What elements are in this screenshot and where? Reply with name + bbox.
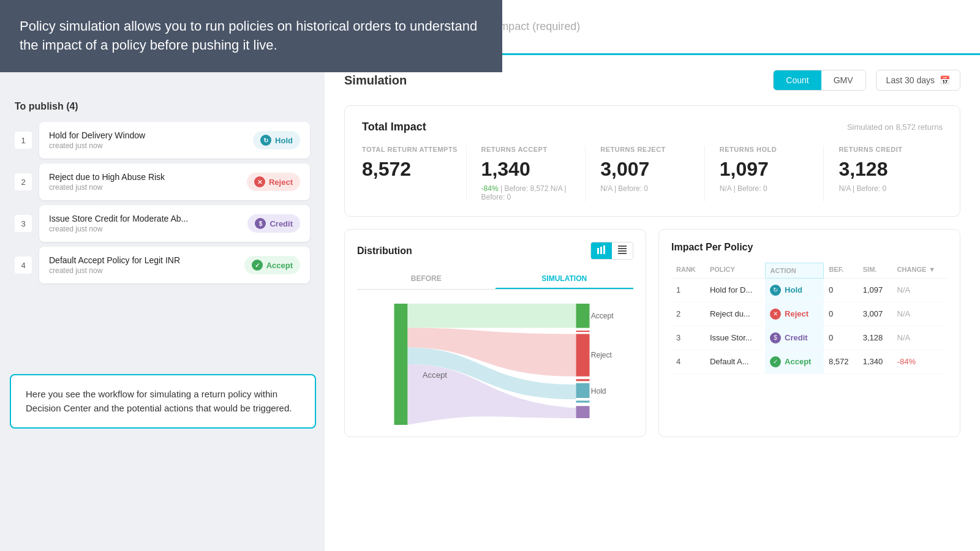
right-bar-hold-2 (576, 400, 590, 402)
policy-card-4[interactable]: Default Accept Policy for Legit INR crea… (39, 247, 310, 283)
tooltip-bottom: Here you see the workflow for simulating… (10, 374, 316, 429)
dist-title: Distribution (357, 246, 412, 257)
right-bar-reject-line (576, 331, 590, 332)
right-bar-reject (576, 334, 590, 377)
right-bar-credit (576, 406, 590, 418)
count-gmv-tabs[interactable]: Count GMV (773, 70, 865, 91)
row2-change: N/A (892, 302, 948, 326)
row4-change: -84% (892, 350, 948, 373)
list-item: 1 Hold for Delivery Window created just … (15, 122, 310, 159)
impact-title: Total Impact (362, 121, 426, 133)
to-publish-title: To publish (4) (15, 101, 310, 112)
row3-sim: 3,128 (858, 326, 892, 350)
th-change[interactable]: CHANGE ▼ (892, 263, 948, 279)
svg-rect-3 (618, 246, 627, 247)
policy-card-3[interactable]: Issue Store Credit for Moderate Ab... cr… (39, 205, 310, 242)
credit-label-3: Credit (270, 219, 293, 228)
metric-returns-accept: RETURNS ACCEPT 1,340 -84% | Before: 8,57… (466, 146, 586, 201)
table-row: 2 Reject du... ✕ Reject 0 3,007 (671, 302, 948, 326)
th-sim: SIM. (858, 263, 892, 279)
th-action: ACTION (765, 263, 824, 279)
row1-change: N/A (892, 278, 948, 302)
hold-icon-1: ↻ (260, 135, 271, 146)
row4-sim: 1,340 (858, 350, 892, 373)
metric-value-hold: 1,097 (720, 158, 824, 181)
policy-card-2[interactable]: Reject due to High Abuse Risk created ju… (39, 163, 310, 200)
label-right-hold: Hold (591, 387, 606, 395)
policy-card-info-3: Issue Store Credit for Moderate Ab... cr… (49, 214, 188, 233)
policy-name-2: Reject due to High Abuse Risk (49, 172, 165, 182)
row2-rank: 2 (671, 302, 705, 326)
sort-icon: ▼ (929, 266, 935, 273)
metric-value-attempts: 8,572 (362, 158, 466, 181)
row1-policy: Hold for D... (705, 278, 765, 302)
tooltip-top-text: Policy simulation allows you to run poli… (20, 18, 477, 53)
flow-accept (408, 304, 576, 328)
left-bar-accept (394, 304, 408, 425)
action-badge-accept-4: ✓ Accept (244, 256, 300, 274)
simulation-title: Simulation (344, 73, 407, 88)
svg-rect-4 (618, 248, 627, 249)
dist-chart-btn[interactable] (591, 242, 612, 259)
metric-returns-credit: RETURNS CREDIT 3,128 N/A | Before: 0 (823, 146, 943, 201)
metric-value-reject: 3,007 (600, 158, 704, 181)
policy-card-info-4: Default Accept Policy for Legit INR crea… (49, 255, 180, 275)
right-panel: Run a simulation to see the impact (requ… (325, 0, 980, 551)
dist-table-btn[interactable] (612, 242, 633, 259)
metric-sub-reject: N/A | Before: 0 (600, 184, 704, 193)
policy-rank-1: 1 (15, 132, 32, 149)
dist-tab-before[interactable]: BEFORE (357, 269, 496, 289)
accept-label-4: Accept (266, 261, 293, 270)
policy-time-1: created just now (49, 141, 145, 150)
right-content: Simulation Count GMV Last 30 days 📅 Tota… (325, 55, 980, 452)
table-row: 1 Hold for D... ↻ Hold 0 1,097 (671, 278, 948, 302)
policy-name-1: Hold for Delivery Window (49, 130, 145, 140)
impact-card-header: Total Impact Simulated on 8,572 returns (362, 121, 943, 133)
credit-badge-row3: $ (770, 332, 781, 343)
date-range-button[interactable]: Last 30 days 📅 (876, 70, 960, 91)
row2-policy: Reject du... (705, 302, 765, 326)
simulation-header: Simulation Count GMV Last 30 days 📅 (344, 70, 960, 91)
list-item: 3 Issue Store Credit for Moderate Ab... … (15, 205, 310, 242)
right-bar-hold (576, 383, 590, 398)
svg-rect-6 (618, 253, 627, 254)
label-right-accept: Accept (591, 312, 614, 320)
dist-view-buttons[interactable] (590, 242, 633, 260)
right-bar-reject-2 (576, 379, 590, 381)
row4-policy: Default A... (705, 350, 765, 373)
calendar-icon: 📅 (940, 75, 950, 85)
hold-text-row1: Hold (785, 285, 802, 294)
dist-tabs[interactable]: BEFORE SIMULATION (357, 269, 633, 290)
distribution-card: Distribution BEFORE SIMULATION (344, 229, 646, 437)
row3-action: $ Credit (765, 326, 824, 350)
svg-rect-2 (603, 246, 605, 254)
table-body: 1 Hold for D... ↻ Hold 0 1,097 (671, 278, 948, 373)
th-policy: POLICY (705, 263, 765, 279)
svg-rect-1 (600, 247, 602, 254)
list-item: 2 Reject due to High Abuse Risk created … (15, 163, 310, 200)
metric-label-attempts: TOTAL RETURN ATTEMPTS (362, 146, 466, 153)
metric-value-accept: 1,340 (481, 158, 586, 181)
credit-text-row3: Credit (785, 333, 808, 342)
policy-list: 1 Hold for Delivery Window created just … (15, 122, 310, 283)
metric-label-hold: RETURNS HOLD (720, 146, 824, 153)
row3-rank: 3 (671, 326, 705, 350)
action-badge-reject-2: ✕ Reject (247, 173, 300, 191)
row3-policy: Issue Stor... (705, 326, 765, 350)
left-panel: Policy simulation allows you to run poli… (0, 0, 325, 551)
tab-count[interactable]: Count (774, 70, 821, 90)
accept-text-row4: Accept (785, 357, 811, 366)
policy-time-3: created just now (49, 225, 188, 233)
policy-rank-3: 3 (15, 215, 32, 232)
dist-tab-simulation[interactable]: SIMULATION (496, 269, 634, 289)
th-rank: RANK (671, 263, 705, 279)
sankey-chart: Accept Accept Reject Hold (357, 297, 633, 432)
metric-label-accept: RETURNS ACCEPT (481, 146, 586, 153)
action-badge-hold-1: ↻ Hold (253, 131, 300, 149)
tab-gmv[interactable]: GMV (821, 70, 865, 90)
accept-change: -84% (481, 184, 499, 193)
policy-card-1[interactable]: Hold for Delivery Window created just no… (39, 122, 310, 159)
accept-icon-4: ✓ (252, 260, 263, 271)
policy-rank-4: 4 (15, 257, 32, 274)
svg-rect-5 (618, 250, 627, 252)
